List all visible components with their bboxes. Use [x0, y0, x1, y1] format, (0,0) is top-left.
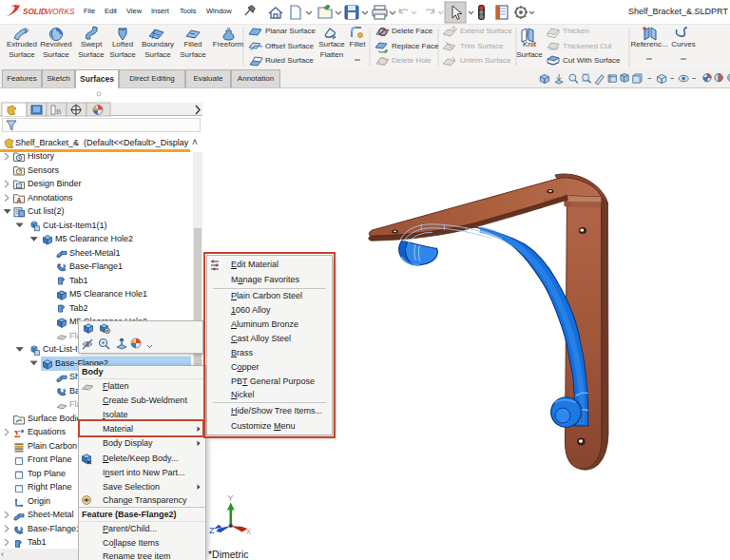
svg-text:WORKS: WORKS — [46, 8, 75, 16]
svg-text:Y: Y — [228, 493, 234, 503]
svg-text:Z: Z — [209, 526, 215, 535]
svg-text:SOLID: SOLID — [23, 8, 47, 16]
svg-text:X: X — [246, 527, 252, 536]
